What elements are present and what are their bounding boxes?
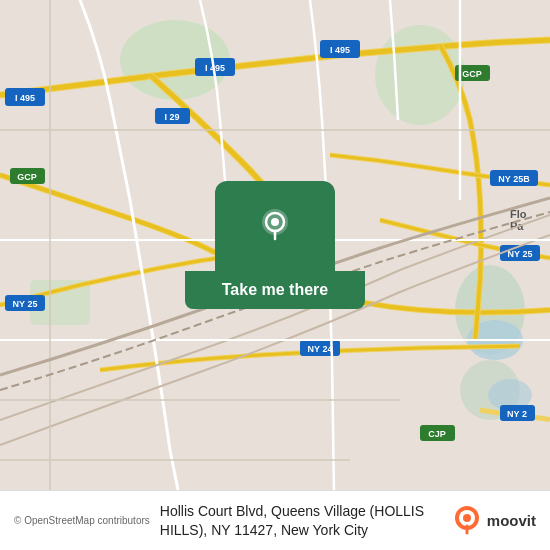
info-bar: © OpenStreetMap contributors Hollis Cour… (0, 490, 550, 550)
svg-text:NY 25: NY 25 (508, 249, 533, 259)
svg-text:I 495: I 495 (15, 93, 35, 103)
svg-text:NY 2: NY 2 (507, 409, 527, 419)
button-overlay: Take me there (185, 181, 365, 309)
moovit-brand-text: moovit (487, 512, 536, 529)
moovit-icon-svg (451, 505, 483, 537)
svg-text:NY 24: NY 24 (308, 344, 333, 354)
svg-text:CJP: CJP (428, 429, 446, 439)
moovit-logo: moovit (451, 505, 536, 537)
svg-text:GCP: GCP (17, 172, 37, 182)
svg-text:NY 25: NY 25 (13, 299, 38, 309)
location-pin-bg (215, 181, 335, 271)
location-pin-icon (253, 204, 297, 248)
address-text: Hollis Court Blvd, Queens Village (HOLLI… (160, 502, 441, 538)
svg-text:I 29: I 29 (164, 112, 179, 122)
svg-text:I 495: I 495 (330, 45, 350, 55)
svg-text:NY 25B: NY 25B (498, 174, 530, 184)
svg-point-39 (463, 514, 471, 522)
svg-point-36 (271, 218, 279, 226)
osm-credit: © OpenStreetMap contributors (14, 515, 150, 526)
take-me-there-button[interactable]: Take me there (185, 271, 365, 309)
svg-text:GCP: GCP (462, 69, 482, 79)
svg-point-2 (375, 25, 465, 125)
map-container: I 495 I 495 I 495 GCP GCP I 29 NY 25B NY… (0, 0, 550, 490)
